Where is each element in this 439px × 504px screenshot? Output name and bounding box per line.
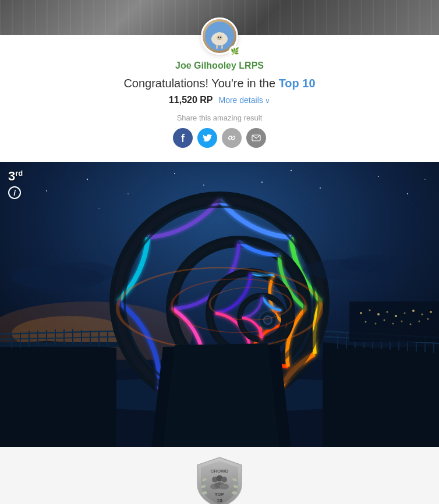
svg-marker-33 (323, 342, 439, 447)
svg-point-53 (395, 315, 397, 317)
share-twitter-button[interactable] (197, 128, 217, 148)
svg-point-90 (174, 173, 175, 174)
svg-marker-81 (163, 343, 279, 447)
link-icon (227, 133, 236, 143)
svg-point-96 (98, 208, 100, 209)
svg-point-76 (264, 316, 272, 324)
svg-rect-10 (221, 45, 223, 49)
share-link-button[interactable] (222, 128, 242, 148)
svg-point-91 (261, 182, 263, 183)
svg-point-88 (87, 179, 88, 180)
svg-point-84 (6, 267, 64, 284)
svg-text:10: 10 (217, 498, 222, 503)
photo-section: 3rd i (0, 162, 439, 447)
facebook-icon (178, 133, 187, 143)
svg-point-54 (404, 313, 406, 314)
info-icon-button[interactable]: i (8, 186, 21, 199)
svg-point-111 (220, 484, 229, 489)
avatar-image (205, 22, 234, 51)
share-prompt: Share this amazing result (177, 113, 263, 122)
svg-point-58 (365, 321, 367, 323)
crowd-badge-wrapper: CROWD TOP 10 Crowd 3rd (196, 456, 243, 504)
svg-point-108 (221, 477, 227, 482)
share-facebook-button[interactable] (173, 128, 193, 148)
svg-point-8 (219, 38, 221, 40)
bottom-section: CROWD TOP 10 Crowd 3rd (0, 447, 439, 504)
svg-point-7 (220, 37, 221, 38)
svg-point-86 (341, 255, 405, 272)
svg-point-59 (375, 323, 377, 325)
svg-point-98 (291, 170, 292, 171)
svg-point-65 (427, 318, 429, 320)
svg-point-95 (424, 179, 426, 180)
svg-point-50 (369, 310, 371, 311)
svg-point-6 (218, 37, 219, 38)
photo-background: 3rd i (0, 162, 439, 447)
svg-point-92 (320, 187, 321, 189)
more-details-link[interactable]: More details (219, 95, 271, 105)
svg-marker-17 (0, 341, 116, 447)
user-name: Joe Gilhooley LRPS (175, 61, 264, 71)
congratulations-text: Congratulations! You're in the Top 10 (123, 77, 315, 90)
svg-point-51 (377, 313, 380, 315)
rp-value: 11,520 RP (169, 95, 213, 105)
svg-point-60 (384, 320, 385, 321)
congrats-highlight: Top 10 (279, 77, 316, 90)
result-card: 🌿 Joe Gilhooley LRPS Congratulations! Yo… (0, 35, 439, 162)
svg-point-64 (419, 321, 420, 322)
svg-point-55 (412, 310, 415, 312)
svg-point-97 (203, 184, 204, 186)
svg-rect-9 (216, 45, 218, 49)
svg-point-56 (422, 314, 423, 315)
avatar-wrapper: 🌿 (201, 17, 238, 55)
share-icons-row (173, 128, 266, 148)
svg-rect-48 (349, 301, 439, 342)
svg-point-62 (401, 321, 403, 322)
svg-point-89 (128, 193, 129, 194)
svg-text:TOP: TOP (215, 492, 225, 497)
rp-row: 11,520 RP More details (169, 95, 270, 105)
svg-text:CROWD: CROWD (210, 468, 228, 474)
svg-point-94 (407, 193, 408, 194)
crowd-badge-shield: CROWD TOP 10 (196, 456, 243, 504)
award-badge: 🌿 (229, 45, 240, 57)
share-email-button[interactable] (246, 128, 266, 148)
svg-point-87 (46, 190, 47, 191)
svg-point-93 (378, 176, 379, 177)
twitter-icon (203, 133, 212, 143)
email-icon (252, 133, 261, 143)
rank-number: 3rd (8, 169, 23, 184)
svg-point-57 (430, 311, 432, 313)
svg-point-63 (410, 324, 412, 325)
svg-point-49 (360, 312, 362, 314)
congrats-prefix: Congratulations! You're in the (123, 77, 278, 90)
svg-point-61 (392, 323, 394, 325)
scene-svg (0, 162, 439, 447)
rank-badge: 3rd i (8, 169, 23, 199)
svg-point-52 (387, 311, 388, 313)
svg-point-5 (217, 36, 222, 40)
